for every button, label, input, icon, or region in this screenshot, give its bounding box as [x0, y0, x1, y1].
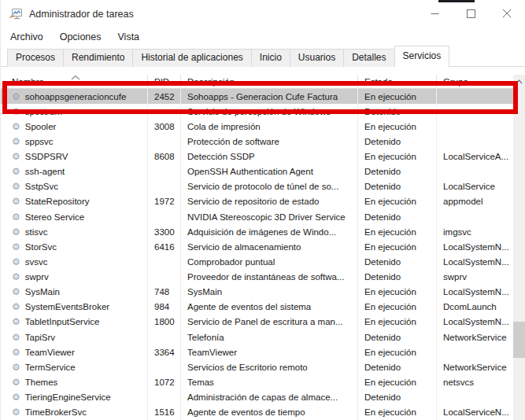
tab-rendimiento[interactable]: Rendimiento — [63, 49, 133, 67]
column-header-pid[interactable]: PID — [147, 75, 180, 88]
service-rows: sohoappsgeneracioncufe 2452 Sohoapps - G… — [1, 89, 513, 420]
table-row[interactable]: Stereo Service NVIDIA Stereoscopic 3D Dr… — [1, 209, 513, 224]
service-name: stisvc — [25, 227, 48, 237]
scrollbar-thumb[interactable] — [513, 322, 525, 358]
menu-opciones[interactable]: Opciones — [60, 30, 102, 44]
service-name-cell: SystemEventsBroker — [1, 300, 147, 315]
service-name-cell: TapiSrv — [1, 330, 147, 344]
screen-capture-artifact — [438, 0, 475, 2]
service-description: Cola de impresión — [180, 119, 357, 134]
table-row[interactable]: TabletInputService 1800 Servicio de Pane… — [1, 315, 513, 330]
service-name-cell: spectrum — [1, 104, 147, 119]
minimize-button[interactable] — [416, 0, 453, 27]
table-row[interactable]: StorSvc 6416 Servicio de almacenamiento … — [1, 239, 513, 254]
service-group — [436, 134, 513, 149]
sort-ascending-icon — [70, 75, 81, 80]
scrollbar-up-button[interactable] — [513, 75, 525, 88]
table-row[interactable]: Themes 1072 Temas En ejecución netsvcs — [1, 374, 513, 389]
service-pid — [147, 330, 180, 344]
service-gear-icon — [12, 287, 20, 297]
service-pid — [147, 104, 180, 119]
service-name: Themes — [25, 378, 58, 387]
column-header-estado[interactable]: Estado — [357, 75, 436, 88]
up-chevron-icon — [516, 79, 523, 84]
service-name-cell: TeamViewer — [1, 344, 147, 359]
maximize-button[interactable] — [453, 0, 489, 27]
table-row[interactable]: spectrum Servicio de percepción de Windo… — [1, 104, 513, 119]
service-name: Spooler — [25, 122, 57, 131]
close-button[interactable] — [489, 0, 525, 27]
service-group: LocalSystemN... — [436, 239, 513, 254]
service-pid — [147, 164, 180, 179]
service-group: appmodel — [436, 194, 513, 209]
column-header-grupo[interactable]: Grupo — [436, 75, 514, 88]
table-row[interactable]: sohoappsgeneracioncufe 2452 Sohoapps - G… — [1, 89, 513, 104]
service-group: LocalServiceN... — [436, 405, 513, 420]
table-row[interactable]: StateRepository 1972 Servicio de reposit… — [1, 194, 513, 209]
table-row[interactable]: ssh-agent OpenSSH Authentication Agent D… — [1, 164, 513, 179]
table-row[interactable]: SstpSvc Servicio de protocolo de túnel d… — [1, 179, 513, 194]
table-row[interactable]: stisvc 3300 Adquisición de imágenes de W… — [1, 224, 513, 239]
service-group — [436, 209, 513, 224]
service-description: Servicio de repositorio de estado — [180, 194, 357, 209]
menu-vista[interactable]: Vista — [118, 30, 140, 44]
service-status: Detenido — [357, 390, 436, 405]
service-name-cell: Spooler — [1, 119, 147, 134]
service-gear-icon — [12, 272, 20, 282]
tab-procesos[interactable]: Procesos — [7, 49, 64, 67]
service-pid — [147, 209, 180, 224]
service-gear-icon — [12, 227, 20, 237]
service-name: spectrum — [25, 107, 62, 116]
tab-historial-de-aplicaciones[interactable]: Historial de aplicaciones — [132, 49, 251, 67]
service-pid: 1972 — [147, 194, 180, 209]
table-row[interactable]: TermService Servicios de Escritorio remo… — [1, 359, 513, 374]
tab-inicio[interactable]: Inicio — [251, 49, 290, 67]
service-pid — [147, 390, 180, 405]
service-gear-icon — [12, 122, 20, 131]
service-description: Telefonía — [180, 330, 357, 344]
menu-archivo[interactable]: Archivo — [10, 30, 43, 44]
service-status: Detenido — [357, 270, 436, 285]
tab-bar: Procesos Rendimiento Historial de aplica… — [1, 46, 525, 67]
tab-usuarios[interactable]: Usuarios — [290, 49, 344, 67]
vertical-scrollbar[interactable] — [513, 75, 525, 420]
column-header-descripcion[interactable]: Descripción — [180, 75, 357, 88]
service-group: LocalSystemN... — [436, 315, 513, 330]
service-name-cell: StorSvc — [1, 239, 147, 254]
table-row[interactable]: Spooler 3008 Cola de impresión En ejecuc… — [1, 119, 513, 134]
table-row[interactable]: swprv Proveedor de instantáneas de softw… — [1, 270, 513, 285]
task-manager-window: Administrador de tareas Archivo Opciones… — [0, 0, 525, 420]
service-name-cell: StateRepository — [1, 194, 147, 209]
service-group: imgsvc — [436, 224, 513, 239]
table-row[interactable]: SysMain 748 SysMain En ejecución LocalSy… — [1, 285, 513, 300]
tab-servicios[interactable]: Servicios — [394, 46, 450, 67]
table-row[interactable]: TeamViewer 3364 TeamViewer En ejecución — [1, 344, 513, 359]
service-group — [436, 104, 513, 119]
table-row[interactable]: sppsvc Protección de software Detenido — [1, 134, 513, 149]
service-description: Servicio de Panel de escritura a man... — [180, 315, 357, 330]
table-row[interactable]: SystemEventsBroker 984 Agente de eventos… — [1, 300, 513, 315]
table-row[interactable]: TimeBrokerSvc 1516 Agente de eventos de … — [1, 405, 513, 420]
table-row[interactable]: TapiSrv Telefonía Detenido NetworkServic… — [1, 330, 513, 344]
service-group — [436, 119, 513, 134]
service-description: SysMain — [180, 285, 357, 300]
table-row[interactable]: TieringEngineService Administración de c… — [1, 390, 513, 405]
service-name: SstpSvc — [25, 182, 58, 191]
service-status: En ejecución — [357, 285, 436, 300]
service-group: LocalService — [436, 179, 513, 194]
service-group: LocalSystemN... — [436, 285, 513, 300]
service-description: Agente de eventos de tiempo — [180, 405, 357, 420]
service-status: En ejecución — [357, 149, 436, 164]
service-description: Servicio de protocolo de túnel de so... — [180, 179, 357, 194]
service-name-cell: stisvc — [1, 224, 147, 239]
service-name: Stereo Service — [25, 212, 84, 222]
service-name-cell: sppsvc — [1, 134, 147, 149]
table-row[interactable]: SSDPSRV 8608 Detección SSDP En ejecución… — [1, 149, 513, 164]
service-status: En ejecución — [357, 405, 436, 420]
service-description: Proveedor de instantáneas de softwa... — [180, 270, 357, 285]
service-name: StateRepository — [25, 197, 90, 206]
table-row[interactable]: svsvc Comprobador puntual Detenido Local… — [1, 254, 513, 269]
tab-detalles[interactable]: Detalles — [343, 49, 394, 67]
service-name: TermService — [25, 363, 76, 372]
service-name-cell: Stereo Service — [1, 209, 147, 224]
